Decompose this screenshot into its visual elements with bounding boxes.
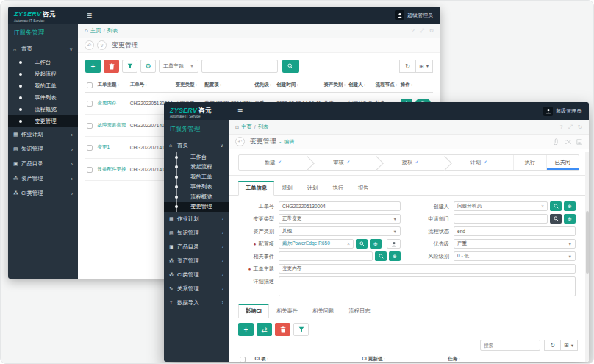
- save-icon[interactable]: [576, 139, 582, 145]
- sidebar-item[interactable]: 发起流程∨›: [8, 68, 78, 80]
- creator-add-button[interactable]: ⊕: [564, 201, 576, 211]
- workflow-step[interactable]: 执行✓: [513, 155, 546, 170]
- subject-link[interactable]: 变更1: [96, 137, 128, 159]
- flow-status-input[interactable]: [454, 226, 576, 236]
- form-tab[interactable]: 计划: [300, 182, 326, 196]
- change-type-select[interactable]: 正常变更▼: [279, 214, 401, 224]
- menu-icon[interactable]: ≡: [87, 11, 92, 20]
- ci-delete-button[interactable]: [275, 323, 290, 336]
- sidebar-item[interactable]: 流程概览∨›: [164, 192, 229, 202]
- delete-button[interactable]: [104, 60, 119, 73]
- sidebar-item[interactable]: ⌂首页∨›: [164, 138, 229, 152]
- ci-columns-button[interactable]: ⊞▼: [561, 340, 578, 351]
- help-icon[interactable]: ?: [560, 124, 563, 131]
- department-input[interactable]: [454, 214, 548, 224]
- sidebar-item[interactable]: ⌂首页∨›: [8, 42, 78, 57]
- search-field-select[interactable]: 工单主题▼: [159, 60, 198, 73]
- collapse-button[interactable]: ∨: [97, 40, 107, 50]
- search-input[interactable]: [201, 60, 278, 73]
- row-checkbox[interactable]: [87, 123, 93, 129]
- paperclip-icon[interactable]: [554, 138, 559, 145]
- column-header[interactable]: CI 更新值↕: [360, 353, 446, 362]
- row-checkbox[interactable]: [87, 101, 93, 107]
- department-search-button[interactable]: [550, 214, 562, 224]
- event-search-button[interactable]: [375, 251, 387, 261]
- form-tab[interactable]: 工单信息: [238, 181, 274, 196]
- ci-search-input[interactable]: [480, 340, 540, 351]
- ci-owner-button[interactable]: [387, 239, 401, 249]
- shuffle-icon[interactable]: [565, 139, 571, 145]
- breadcrumb-home[interactable]: 主页: [90, 27, 101, 35]
- user-menu[interactable]: 超级管理员: [395, 10, 440, 20]
- column-header[interactable]: 资产类别↕: [323, 78, 348, 93]
- row-checkbox[interactable]: [87, 145, 93, 151]
- asset-category-select[interactable]: 其他▼: [279, 226, 401, 236]
- sidebar-item[interactable]: 变更管理∨›: [8, 115, 78, 127]
- sidebar-item[interactable]: ▤知识管理∨›: [8, 142, 78, 157]
- workflow-step[interactable]: 新建✓: [239, 155, 307, 170]
- workflow-step[interactable]: 已关闭✓: [546, 155, 579, 170]
- relation-tab[interactable]: 影响CI: [238, 304, 269, 318]
- sidebar-item[interactable]: ↥数据导入∨›: [164, 296, 229, 310]
- columns-button[interactable]: ⊞▼: [416, 60, 433, 73]
- user-menu[interactable]: 超级管理员: [543, 107, 589, 116]
- column-header[interactable]: CI 项↕: [254, 353, 361, 362]
- subject-input[interactable]: [279, 264, 576, 274]
- creator-value[interactable]: 问题分析员×: [454, 201, 548, 211]
- column-header[interactable]: 配置项↕: [203, 78, 253, 93]
- filter-button[interactable]: [122, 60, 137, 73]
- column-header[interactable]: 流程节点↕: [374, 78, 399, 93]
- risk-level-select[interactable]: 0 - 低▼: [454, 251, 576, 261]
- menu-icon[interactable]: ≡: [237, 107, 243, 115]
- settings-button[interactable]: ⚙: [140, 60, 156, 73]
- department-add-button[interactable]: ⊕: [564, 214, 576, 224]
- sidebar-item[interactable]: ✎关系管理∨›: [164, 282, 229, 296]
- column-header[interactable]: 任务↕: [446, 353, 579, 362]
- ci-filter-button[interactable]: [293, 323, 309, 336]
- row-checkbox[interactable]: [87, 167, 93, 173]
- refresh-icon[interactable]: ↻: [429, 27, 434, 35]
- sidebar-item[interactable]: 发起流程∨›: [164, 163, 229, 173]
- search-button[interactable]: [282, 60, 299, 73]
- sidebar-item[interactable]: 变更管理∨›: [164, 202, 229, 213]
- help-icon[interactable]: ?: [412, 27, 415, 35]
- sidebar-item[interactable]: ▣产品目录∨›: [8, 157, 78, 171]
- form-tab[interactable]: 报告: [351, 182, 376, 196]
- sidebar-item[interactable]: ⁂资产管理∨›: [8, 171, 78, 186]
- workflow-step[interactable]: 计划✓: [445, 155, 513, 170]
- relation-tab[interactable]: 相关问题: [305, 304, 341, 318]
- sidebar-item[interactable]: 事件列表∨›: [8, 92, 78, 104]
- clear-icon[interactable]: ×: [347, 241, 350, 246]
- column-header[interactable]: 创建时间↕: [275, 78, 322, 93]
- add-button[interactable]: +: [85, 60, 101, 73]
- workflow-step[interactable]: 授权✓: [376, 155, 445, 170]
- ci-add-button[interactable]: ⊕: [370, 239, 382, 249]
- relation-tab[interactable]: 相关事件: [269, 304, 305, 318]
- column-header[interactable]: 操作↕: [399, 78, 433, 93]
- breadcrumb-home[interactable]: 主页: [241, 124, 252, 131]
- ticket-no-input[interactable]: [279, 201, 401, 211]
- sidebar-item[interactable]: ⁂资产管理∨›: [164, 254, 229, 268]
- sidebar-item[interactable]: 我的工单∨›: [8, 80, 78, 92]
- column-header[interactable]: 创建人↕: [347, 78, 374, 93]
- ci-search-button[interactable]: [356, 239, 368, 249]
- select-all-checkbox[interactable]: [240, 357, 246, 362]
- description-textarea[interactable]: [279, 276, 576, 296]
- sidebar-item[interactable]: ▦作业计划∨›: [164, 212, 229, 226]
- column-header[interactable]: 优先级↕: [253, 78, 275, 93]
- subject-link[interactable]: 故障需要变更: [96, 115, 128, 137]
- sidebar-item[interactable]: ▤知识管理∨›: [164, 226, 229, 240]
- back-button[interactable]: ↶: [85, 40, 94, 50]
- refresh-table-button[interactable]: ↻: [399, 60, 416, 73]
- subject-link[interactable]: 设备配件更换: [96, 159, 128, 181]
- expand-icon[interactable]: ⤢: [568, 124, 573, 131]
- event-add-button[interactable]: ⊕: [389, 251, 401, 261]
- column-header[interactable]: 工单主题↕: [96, 78, 128, 93]
- clear-icon[interactable]: ×: [541, 204, 544, 209]
- sidebar-item[interactable]: 工作台∨›: [164, 152, 229, 163]
- sidebar-item[interactable]: 工作台∨›: [8, 57, 78, 68]
- ci-add-row-button[interactable]: +: [238, 323, 254, 336]
- breadcrumb-current[interactable]: 列表: [258, 124, 269, 131]
- related-event-input[interactable]: [279, 251, 373, 261]
- back-button[interactable]: ↶: [235, 137, 245, 146]
